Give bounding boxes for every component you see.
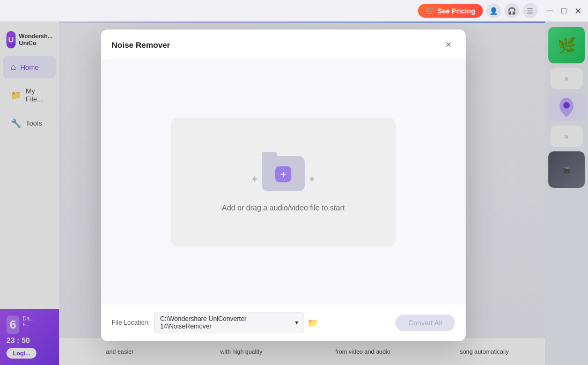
- headset-icon[interactable]: 🎧: [504, 3, 519, 18]
- see-pricing-button[interactable]: 🛒 See Pricing: [418, 4, 483, 18]
- modal-overlay: Noise Remover × ✦ + ✦: [0, 21, 588, 365]
- cart-icon: 🛒: [425, 6, 435, 15]
- file-location-value: C:\Wondershare UniConverter 14\NoiseRemo…: [160, 315, 295, 330]
- maximize-button[interactable]: □: [558, 5, 570, 17]
- sparkle-left-icon: ✦: [251, 173, 259, 185]
- modal-close-button[interactable]: ×: [442, 38, 455, 51]
- folder-shape: +: [262, 156, 305, 191]
- file-location-row: File Location: C:\Wondershare UniConvert…: [112, 312, 318, 333]
- title-bar-actions: 🛒 See Pricing 👤 🎧 ☰ ─ □ ✕: [418, 3, 584, 18]
- menu-icon[interactable]: ☰: [523, 3, 538, 18]
- folder-icon-container: ✦ + ✦: [259, 152, 307, 195]
- drop-zone[interactable]: ✦ + ✦ Add or drag a audio/video file to …: [171, 118, 396, 246]
- modal-body: ✦ + ✦ Add or drag a audio/video file to …: [101, 60, 466, 304]
- modal-title: Noise Remover: [112, 40, 170, 49]
- close-window-button[interactable]: ✕: [572, 5, 584, 17]
- sparkle-right-icon: ✦: [308, 173, 316, 185]
- file-location-label: File Location:: [112, 319, 150, 326]
- modal-footer: File Location: C:\Wondershare UniConvert…: [101, 304, 466, 341]
- title-bar: 🛒 See Pricing 👤 🎧 ☰ ─ □ ✕: [0, 0, 588, 21]
- see-pricing-label: See Pricing: [437, 7, 475, 15]
- file-location-input[interactable]: C:\Wondershare UniConverter 14\NoiseRemo…: [154, 312, 304, 333]
- window-controls: ─ □ ✕: [544, 5, 584, 17]
- modal-header: Noise Remover ×: [101, 30, 466, 60]
- minimize-button[interactable]: ─: [544, 5, 556, 17]
- drop-zone-text: Add or drag a audio/video file to start: [222, 203, 345, 212]
- convert-all-button[interactable]: Convert All: [395, 315, 455, 331]
- app-background: U Wondersh... UniCo ⌂ Home 📁 My File... …: [0, 21, 588, 365]
- user-icon[interactable]: 👤: [486, 3, 501, 18]
- noise-remover-modal: Noise Remover × ✦ + ✦: [101, 30, 466, 341]
- add-file-icon: +: [275, 166, 291, 182]
- folder-browse-icon[interactable]: 📁: [307, 318, 318, 328]
- dropdown-arrow-icon: ▾: [295, 319, 298, 326]
